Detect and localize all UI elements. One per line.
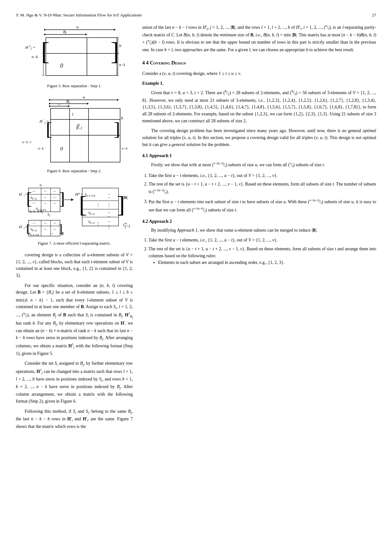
section-4-title: 4 Covering Design <box>146 60 186 65</box>
svg-text:···: ··· <box>53 221 56 225</box>
section-4-num: 4 <box>142 60 146 65</box>
s42-item-1: Take the first u − t elements, i.e., {1,… <box>149 237 376 244</box>
s4-body: Consider a (v, u, t) covering design, wh… <box>142 70 376 148</box>
svg-text:Bj: Bj <box>63 29 67 35</box>
svg-text:b: b <box>121 116 123 120</box>
s42-item-2: The rest of the set is {u − t + 1, u − t… <box>149 246 376 266</box>
svg-text:i: i <box>24 194 25 197</box>
fig7-svg: H ′ i = Si Si, Si' ⊆ Bj Si' <box>17 179 131 239</box>
svg-text:···: ··· <box>33 189 35 193</box>
svg-text:[: [ <box>79 191 87 217</box>
svg-text:]: ] <box>114 119 120 139</box>
svg-text:···: ··· <box>53 201 56 205</box>
subsection-41-heading: 4.1 Approach 1 <box>142 152 376 159</box>
fig7-caption: Figure 7. A more efficient l-separating … <box>16 241 133 246</box>
left-para4: Following this method, if Si and Si′ bel… <box>16 408 133 430</box>
svg-text:⋮: ⋮ <box>96 203 100 207</box>
right-body-text-top: union of the last n − k − l rows in H′j,… <box>142 23 376 53</box>
svg-text:H: H <box>19 225 22 229</box>
svg-text:···: ··· <box>44 227 47 231</box>
svg-text:···: ··· <box>108 219 111 224</box>
svg-text:b: b <box>119 43 121 48</box>
s42-body: By modifying Approach 1, we show that so… <box>142 227 376 266</box>
svg-text:0n−k−b,b: 0n−k−b,b <box>29 232 39 236</box>
svg-text:···: ··· <box>33 201 35 205</box>
left-para2: For our specific situation, consider an … <box>16 282 133 357</box>
header-left: T. M. Ngo & V. N-D-Nhat: Secure Informat… <box>16 13 142 18</box>
svg-text:0: 0 <box>60 63 63 69</box>
fig5-svg: n Bj b <box>24 23 125 82</box>
svg-text:···: ··· <box>108 195 111 200</box>
svg-text:H: H <box>39 119 43 124</box>
figure-5: n Bj b <box>16 23 133 88</box>
figure-7: H ′ i = Si Si, Si' ⊆ Bj Si' <box>16 179 133 246</box>
left-para3: Consider the set Si assigned to Bj, by f… <box>16 360 133 405</box>
svg-text:···: ··· <box>53 195 56 200</box>
right-column: union of the last n − k − l rows in H′j,… <box>142 23 376 541</box>
svg-text:′: ′ <box>43 119 44 122</box>
example1-heading: Example 1. <box>142 80 376 87</box>
svg-text:|B|: |B| <box>123 195 128 200</box>
svg-text:Si: Si <box>40 183 42 188</box>
svg-text:l: l <box>125 226 126 229</box>
svg-text:n−k−l: n−k−l <box>22 140 31 144</box>
s41-intro: Firstly, we show that with at most (v−(u… <box>142 161 376 169</box>
svg-text:(: ( <box>123 222 125 227</box>
covering-text: The covering design problem has been inv… <box>142 127 376 148</box>
svg-rect-6 <box>46 38 117 76</box>
svg-rect-84 <box>82 188 119 226</box>
left-body-text: covering design is a collection of u-ele… <box>16 252 133 430</box>
svg-text:r: r <box>24 226 25 229</box>
subsection-42-heading: 4.2 Approach 2 <box>142 218 376 225</box>
s41-item-2: The rest of the set is {u − t + 1, u − t… <box>149 181 376 196</box>
svg-text:=: = <box>33 45 35 50</box>
page-header: T. M. Ngo & V. N-D-Nhat: Secure Informat… <box>16 13 376 18</box>
svg-text:l: l <box>72 112 73 117</box>
header-right: 27 <box>372 13 377 18</box>
svg-text:[: [ <box>26 222 30 235</box>
svg-text:0: 0 <box>60 146 63 151</box>
s42-list: Take the first u − t elements, i.e., {1,… <box>149 237 376 266</box>
svg-text:n: n <box>83 95 85 100</box>
svg-marker-81 <box>71 198 74 201</box>
svg-text:⋮: ⋮ <box>107 203 111 207</box>
right-para1: union of the last n − k − l rows in H′j,… <box>142 23 376 53</box>
svg-text:n: n <box>77 25 79 29</box>
svg-text:[: [ <box>26 189 32 208</box>
svg-text:): ) <box>129 224 130 228</box>
svg-text:]: ] <box>59 189 65 208</box>
svg-text:′: ′ <box>22 224 23 228</box>
svg-text:···: ··· <box>44 221 47 225</box>
fig6-svg: n Bj l l b <box>21 94 128 167</box>
svg-text:···: ··· <box>44 195 47 200</box>
svg-text:⋮: ⋮ <box>107 225 111 229</box>
svg-text:···: ··· <box>44 189 47 193</box>
fig6-caption: Figure 6. Row separation - Step 2. <box>16 169 133 174</box>
svg-text:⋮: ⋮ <box>96 222 100 226</box>
svg-text:···: ··· <box>44 201 47 205</box>
s41-item-3: Put the first u − t elements into each s… <box>149 198 376 214</box>
svg-text:···: ··· <box>53 227 56 231</box>
left-para1: covering design is a collection of u-ele… <box>16 252 133 279</box>
s42-intro: By modifying Approach 1, we show that so… <box>142 227 376 234</box>
s4-intro: Consider a (v, u, t) covering design, wh… <box>142 70 376 77</box>
fig5-caption: Figure 5. Row separation - Step 1. <box>16 84 133 88</box>
svg-text:···: ··· <box>33 221 35 225</box>
svg-text:H: H <box>25 45 28 50</box>
svg-text:n−k: n−k <box>32 55 38 59</box>
svg-text:j: j <box>44 121 46 124</box>
svg-text:Si': Si' <box>47 212 51 217</box>
s42-bullet-1: Elements in each subset are arranged in … <box>158 259 376 266</box>
svg-text:n−k: n−k <box>38 146 44 150</box>
svg-text:′: ′ <box>22 192 23 195</box>
svg-text:0b−l,l: 0b−l,l <box>31 228 37 232</box>
svg-text:0b−l,l: 0b−l,l <box>89 211 95 216</box>
svg-text:n−k−b: n−k−b <box>122 146 128 150</box>
figure-6: n Bj l l b <box>16 94 133 174</box>
section-4-heading: 4 4 Covering Design <box>142 59 376 67</box>
svg-text:0: 0 <box>77 123 79 128</box>
s41-item-1: Take the first u − t elements, i.e., {1,… <box>149 172 376 179</box>
svg-text:]: ] <box>111 37 119 65</box>
svg-text:n−k−b: n−k−b <box>119 63 125 67</box>
svg-text:···: ··· <box>51 231 54 236</box>
